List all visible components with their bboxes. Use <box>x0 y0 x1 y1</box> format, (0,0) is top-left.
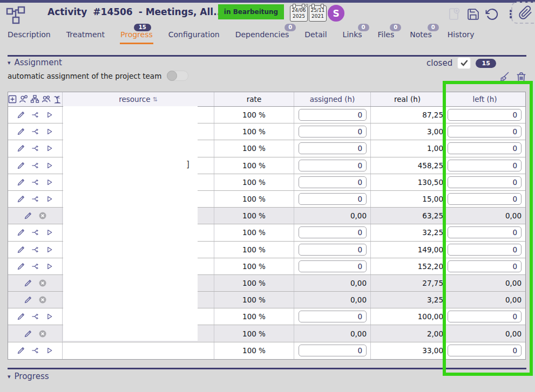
assigned-input[interactable] <box>299 311 367 322</box>
cancel-circle-icon[interactable] <box>38 279 47 287</box>
start-date-badge[interactable]: 24/06 2025 <box>290 5 308 22</box>
left-input[interactable] <box>448 345 522 356</box>
assigned-value: 0,00 <box>350 295 367 304</box>
assigned-input[interactable] <box>299 345 367 356</box>
save-icon[interactable] <box>466 7 480 21</box>
assigned-input[interactable] <box>299 176 367 188</box>
auto-assignment-toggle[interactable] <box>167 71 188 81</box>
left-input[interactable] <box>448 160 522 171</box>
split-branch-icon[interactable] <box>31 161 39 170</box>
left-input[interactable] <box>448 311 522 322</box>
progress-section-header[interactable]: ▾ Progress <box>8 372 49 381</box>
column-header-resource[interactable]: resource ⇅ <box>63 92 214 106</box>
add-row-icon[interactable] <box>8 95 17 104</box>
play-icon[interactable] <box>45 228 53 237</box>
palm-island-vacation-icon[interactable] <box>53 95 62 104</box>
cancel-circle-icon[interactable] <box>38 295 47 304</box>
sort-icon[interactable]: ⇅ <box>153 96 158 103</box>
add-user-icon[interactable] <box>19 95 28 104</box>
edit-pencil-icon[interactable] <box>17 178 25 187</box>
edit-pencil-icon[interactable] <box>24 279 32 287</box>
split-branch-icon[interactable] <box>31 245 39 254</box>
assigned-input[interactable] <box>299 193 367 205</box>
split-branch-icon[interactable] <box>31 195 39 203</box>
assigned-input[interactable] <box>299 160 367 171</box>
play-icon[interactable] <box>45 312 53 321</box>
add-document-icon[interactable] <box>447 7 461 21</box>
closed-checkbox[interactable] <box>457 57 471 69</box>
split-branch-icon[interactable] <box>31 178 39 187</box>
left-input[interactable] <box>448 260 522 272</box>
play-icon[interactable] <box>45 178 53 187</box>
attachment-dropzone[interactable] <box>511 2 535 24</box>
play-icon[interactable] <box>45 195 53 203</box>
play-icon[interactable] <box>45 262 53 271</box>
left-input[interactable] <box>448 193 522 205</box>
end-date-badge[interactable]: 25/11 2021 <box>309 5 327 22</box>
edit-pencil-icon[interactable] <box>17 245 25 254</box>
split-branch-icon[interactable] <box>31 312 39 321</box>
left-input[interactable] <box>448 176 522 188</box>
tab-files[interactable]: Files0 <box>377 26 395 44</box>
play-icon[interactable] <box>45 245 53 254</box>
split-branch-icon[interactable] <box>31 262 39 271</box>
cancel-circle-icon[interactable] <box>38 211 47 220</box>
tab-progress[interactable]: Progress15 <box>120 26 153 44</box>
play-icon[interactable] <box>45 144 53 153</box>
assigned-input[interactable] <box>299 126 367 137</box>
tab-links[interactable]: Links0 <box>342 26 363 44</box>
split-branch-icon[interactable] <box>31 228 39 237</box>
left-cell <box>444 191 525 207</box>
split-branch-icon[interactable] <box>31 346 39 355</box>
left-input[interactable] <box>448 126 522 137</box>
edit-pencil-icon[interactable] <box>17 161 25 170</box>
tab-dependencies[interactable]: Dependencies0 <box>235 26 290 44</box>
left-input[interactable] <box>448 226 522 238</box>
add-team-icon[interactable] <box>42 95 51 104</box>
tab-bar: DescriptionTreatmentProgress15Configurat… <box>7 26 475 44</box>
edit-pencil-icon[interactable] <box>17 346 25 355</box>
edit-pencil-icon[interactable] <box>24 211 32 220</box>
trash-icon[interactable] <box>514 70 528 85</box>
edit-pencil-icon[interactable] <box>17 312 25 321</box>
play-icon[interactable] <box>45 127 53 136</box>
user-avatar[interactable]: S <box>328 5 344 22</box>
edit-pencil-icon[interactable] <box>24 329 32 338</box>
split-branch-icon[interactable] <box>31 111 39 119</box>
cancel-circle-icon[interactable] <box>38 329 47 338</box>
split-branch-icon[interactable] <box>31 144 39 153</box>
left-input[interactable] <box>448 142 522 154</box>
edit-pencil-icon[interactable] <box>17 144 25 153</box>
calendar-ring-icon <box>321 4 324 8</box>
edit-pencil-icon[interactable] <box>17 127 25 136</box>
rate-cell: 100 % <box>214 123 294 140</box>
edit-pencil-icon[interactable] <box>17 262 25 271</box>
assigned-input[interactable] <box>299 109 367 121</box>
edit-pencil-icon[interactable] <box>17 111 25 119</box>
tab-description[interactable]: Description <box>7 26 51 44</box>
tab-detail[interactable]: Detail <box>304 26 327 44</box>
left-input[interactable] <box>448 244 522 256</box>
play-icon[interactable] <box>45 111 53 119</box>
tab-treatment[interactable]: Treatment <box>66 26 105 44</box>
tab-configuration[interactable]: Configuration <box>168 26 220 44</box>
assigned-input[interactable] <box>299 244 367 256</box>
play-icon[interactable] <box>45 346 53 355</box>
undo-icon[interactable] <box>485 7 499 21</box>
edit-pencil-icon[interactable] <box>17 195 25 203</box>
left-input[interactable] <box>448 109 522 121</box>
tab-notes[interactable]: Notes0 <box>409 26 432 44</box>
assignment-section-header[interactable]: ▾ Assignment <box>8 58 62 67</box>
assigned-input[interactable] <box>299 142 367 154</box>
tab-history[interactable]: History <box>447 26 475 44</box>
play-icon[interactable] <box>45 161 53 170</box>
broom-clear-icon[interactable] <box>498 70 511 85</box>
app-logo-orgchart-icon[interactable] <box>5 5 26 25</box>
split-branch-icon[interactable] <box>31 127 39 136</box>
assigned-input[interactable] <box>299 226 367 238</box>
org-chart-icon[interactable] <box>30 95 39 104</box>
edit-pencil-icon[interactable] <box>24 295 32 304</box>
edit-pencil-icon[interactable] <box>17 228 25 237</box>
status-badge[interactable]: in Bearbeitung <box>218 4 284 19</box>
assigned-input[interactable] <box>299 260 367 272</box>
